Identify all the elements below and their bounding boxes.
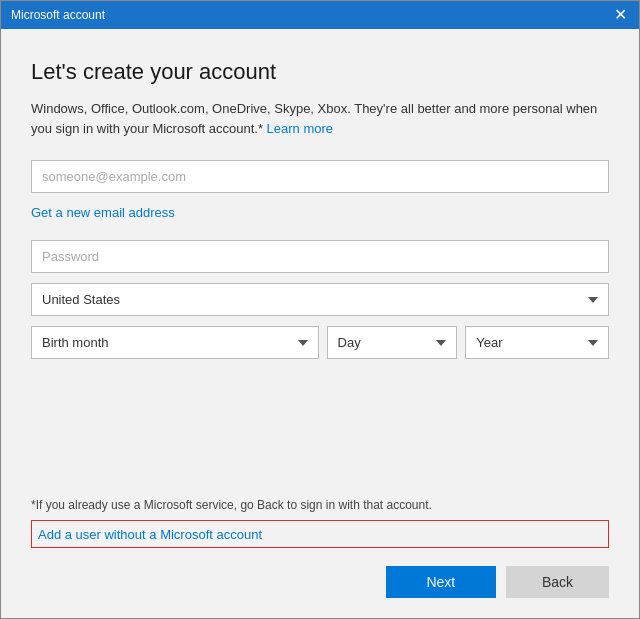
title-bar: Microsoft account ✕ [1,1,639,29]
close-button[interactable]: ✕ [612,7,629,23]
spacer [31,369,609,498]
day-select[interactable]: Day 1 2 3 15 31 [327,326,458,359]
email-input[interactable] [31,160,609,193]
birth-month-wrapper: Birth month January February March April… [31,326,319,359]
footnote-text: *If you already use a Microsoft service,… [31,498,609,512]
window-title: Microsoft account [11,8,105,22]
back-button[interactable]: Back [506,566,609,598]
year-wrapper: Year 2000 1999 1995 1990 1985 1980 [465,326,609,359]
add-user-link[interactable]: Add a user without a Microsoft account [38,527,262,542]
page-heading: Let's create your account [31,59,609,85]
birth-month-select[interactable]: Birth month January February March April… [31,326,319,359]
day-wrapper: Day 1 2 3 15 31 [327,326,458,359]
main-window: Microsoft account ✕ Let's create your ac… [0,0,640,619]
get-new-email-link[interactable]: Get a new email address [31,205,175,220]
get-new-email-group: Get a new email address [31,203,609,230]
email-group [31,160,609,193]
dob-group: Birth month January February March April… [31,326,609,359]
password-input[interactable] [31,240,609,273]
year-select[interactable]: Year 2000 1999 1995 1990 1985 1980 [465,326,609,359]
content-area: Let's create your account Windows, Offic… [1,29,639,618]
country-select[interactable]: United States Canada United Kingdom Aust… [31,283,609,316]
next-button[interactable]: Next [386,566,496,598]
add-user-link-wrapper: Add a user without a Microsoft account [31,520,609,548]
description-text: Windows, Office, Outlook.com, OneDrive, … [31,99,609,138]
learn-more-link[interactable]: Learn more [267,121,333,136]
button-row: Next Back [31,566,609,598]
country-group: United States Canada United Kingdom Aust… [31,283,609,316]
password-group [31,240,609,273]
